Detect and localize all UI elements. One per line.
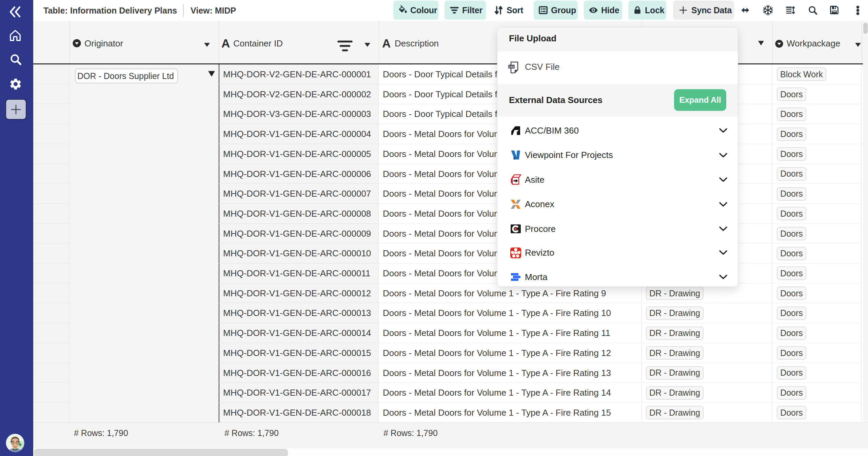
svg-text:CSV: CSV [509, 65, 515, 68]
